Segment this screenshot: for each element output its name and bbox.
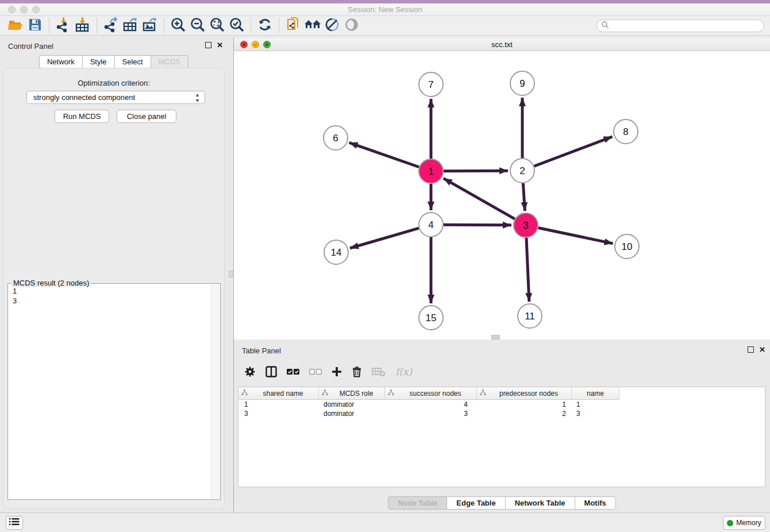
search-input[interactable]	[609, 21, 764, 31]
column-header-mcds-role[interactable]: MCDS role	[319, 387, 385, 400]
export-network-button[interactable]	[101, 17, 121, 34]
edge-1-to-6[interactable]	[349, 142, 419, 167]
export-image-button[interactable]	[140, 17, 160, 34]
column-header-shared-name[interactable]: shared name	[238, 387, 319, 400]
graph-node-label: 7	[428, 79, 433, 90]
delete-column-button[interactable]	[352, 366, 362, 377]
open-session-button[interactable]	[6, 17, 25, 34]
graph-node-label: 2	[519, 165, 525, 176]
table-cell-name: 1	[572, 400, 619, 409]
close-panel-button[interactable]: Close panel	[117, 110, 176, 123]
graph-node-label: 1	[428, 166, 433, 177]
toolbar-separator	[164, 18, 164, 33]
column-type-icon	[238, 390, 248, 398]
tab-style[interactable]: Style	[82, 55, 114, 68]
zoom-out-icon	[190, 17, 206, 35]
float-panel-icon[interactable]	[205, 42, 211, 48]
table-tabs: Node Table Edge Table Network Table Moti…	[234, 496, 770, 510]
table-cell-mcds-role: dominator	[319, 400, 385, 409]
edge-4-to-3[interactable]	[444, 225, 511, 225]
column-header-predecessor-nodes[interactable]: predecessor nodes	[477, 387, 572, 400]
deselect-all-button[interactable]	[309, 368, 322, 376]
show-task-history-button[interactable]	[6, 516, 23, 530]
edge-3-to-1[interactable]	[444, 178, 515, 219]
tab-motifs[interactable]: Motifs	[575, 496, 616, 510]
show-graphics-details-button[interactable]	[342, 17, 361, 34]
zoom-out-button[interactable]	[188, 17, 207, 34]
run-mcds-button[interactable]: Run MCDS	[55, 110, 109, 123]
new-network-from-selection-button[interactable]	[283, 17, 303, 34]
slash-circle-icon	[324, 17, 340, 35]
column-settings-button[interactable]	[265, 366, 277, 377]
table-cell-predecessor-nodes: 1	[477, 400, 572, 409]
zoom-fit-button[interactable]	[207, 17, 227, 34]
graph-node-label: 8	[623, 126, 628, 137]
table-panel: Table Panel ✕ f(x) shared name MCDS role…	[234, 342, 770, 512]
apply-layout-button[interactable]	[255, 17, 275, 34]
hide-details-button[interactable]	[322, 17, 342, 34]
tab-edge-table[interactable]: Edge Table	[446, 496, 505, 510]
edge-4-to-14[interactable]	[350, 228, 419, 248]
export-table-button[interactable]	[121, 17, 140, 34]
float-table-panel-icon[interactable]	[748, 346, 754, 353]
horizontal-splitter-grip[interactable]	[491, 335, 500, 340]
table-body: 1dominator4113dominator323	[238, 400, 765, 418]
table-settings-button[interactable]	[244, 366, 256, 377]
create-column-button[interactable]	[332, 367, 342, 377]
tab-network[interactable]: Network	[39, 55, 82, 68]
export-network-icon	[103, 17, 119, 35]
table-row[interactable]: 1dominator411	[238, 400, 765, 409]
mcds-result-box: MCDS result (2 nodes) 1 3	[7, 283, 221, 500]
zoom-selected-button[interactable]	[227, 17, 247, 34]
zoom-selected-icon	[229, 17, 245, 35]
window-titlebar[interactable]: Session: New Session	[0, 3, 770, 16]
tab-mcds[interactable]: MCDS	[151, 55, 188, 68]
import-network-button[interactable]	[53, 17, 73, 34]
first-neighbors-button[interactable]	[303, 17, 322, 34]
select-all-button[interactable]	[287, 368, 299, 376]
memory-button[interactable]: Memory	[723, 516, 765, 530]
close-table-panel-icon[interactable]: ✕	[759, 346, 765, 353]
column-header-name[interactable]: name	[572, 387, 619, 400]
edge-1-to-2[interactable]	[444, 171, 508, 171]
result-line: 1	[13, 286, 17, 296]
table-cell-name: 3	[572, 409, 619, 418]
toolbar-separator	[97, 18, 97, 33]
graph-node-label: 10	[622, 241, 633, 252]
list-icon	[9, 518, 20, 528]
edge-2-to-8[interactable]	[534, 137, 613, 166]
mcds-result-text: 1 3	[13, 286, 17, 306]
save-floppy-icon	[28, 17, 43, 34]
status-bar: Memory	[0, 512, 770, 532]
network-graph[interactable]: 1234678910111415	[234, 51, 770, 340]
save-session-button[interactable]	[25, 17, 45, 34]
close-panel-icon[interactable]: ✕	[217, 42, 223, 48]
import-table-button[interactable]	[73, 17, 93, 34]
graph-node-label: 3	[523, 220, 528, 231]
table-row[interactable]: 3dominator323	[238, 409, 765, 418]
vertical-splitter[interactable]	[228, 37, 234, 512]
import-network-icon	[55, 17, 71, 35]
zoom-in-button[interactable]	[168, 17, 188, 34]
tab-network-table[interactable]: Network Table	[505, 496, 575, 510]
criterion-value: strongly connected component	[33, 93, 135, 102]
network-window-titlebar[interactable]: ✕ − + scc.txt	[234, 38, 770, 51]
network-canvas[interactable]: 1234678910111415	[234, 51, 770, 340]
table-cell-mcds-role: dominator	[319, 409, 385, 418]
edge-2-to-3[interactable]	[523, 183, 525, 211]
edge-3-to-10[interactable]	[538, 228, 613, 244]
memory-status-icon	[727, 520, 733, 526]
edge-3-to-11[interactable]	[526, 238, 529, 302]
table-cell-successor-nodes: 4	[385, 400, 477, 409]
criterion-select[interactable]: strongly connected component ▲▼	[26, 91, 205, 104]
result-scrollbar[interactable]	[211, 284, 220, 499]
search-field[interactable]	[596, 20, 764, 32]
tab-select[interactable]: Select	[114, 55, 151, 68]
splitter-grip[interactable]	[229, 271, 233, 277]
optimization-criterion-label: Optimization criterion:	[3, 79, 224, 87]
column-header-successor-nodes[interactable]: successor nodes	[385, 387, 477, 400]
zoom-fit-icon	[209, 17, 225, 35]
tab-node-table[interactable]: Node Table	[388, 496, 446, 510]
memory-label: Memory	[736, 519, 761, 527]
toolbar-separator	[251, 18, 251, 33]
